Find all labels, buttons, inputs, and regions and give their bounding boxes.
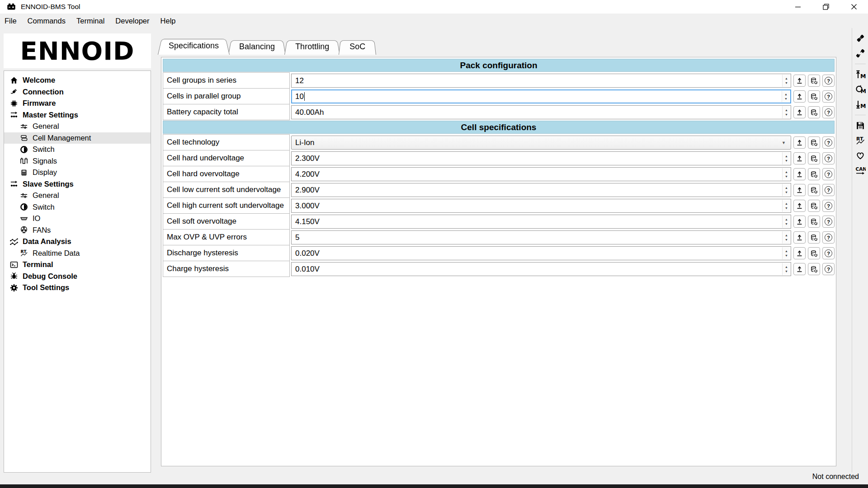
cell-hard-overvoltage-input[interactable]: 4.200V ▲ ▼ — [291, 167, 791, 181]
sidebar-item-signals[interactable]: Signals — [4, 155, 151, 167]
cell-low-current-soft-undervoltage-input[interactable]: 2.900V ▲ ▼ — [291, 183, 791, 197]
discharge-hysteresis-input[interactable]: 0.020V ▲ ▼ — [291, 246, 791, 260]
spin-down-button[interactable]: ▼ — [785, 222, 788, 225]
spin-down-button[interactable]: ▼ — [785, 175, 788, 178]
read-value-button[interactable] — [808, 184, 820, 196]
sidebar-item-master-settings[interactable]: Master Settings — [4, 109, 151, 121]
read-value-button[interactable] — [808, 247, 820, 259]
tab-specifications[interactable]: Specifications — [158, 37, 230, 55]
sidebar-item-terminal[interactable]: Terminal — [4, 259, 151, 271]
read-value-button[interactable] — [808, 263, 820, 275]
write-value-button[interactable] — [793, 263, 806, 275]
spin-up-button[interactable]: ▲ — [785, 170, 788, 174]
write-value-button[interactable] — [793, 200, 806, 212]
sidebar-item-welcome[interactable]: Welcome — [4, 75, 151, 86]
read-value-button[interactable] — [808, 168, 820, 180]
help-button[interactable]: ? — [822, 216, 835, 228]
help-button[interactable]: ? — [822, 184, 835, 196]
read-value-button[interactable] — [808, 216, 820, 228]
cell-groups-in-series-input[interactable]: 12 ▲ ▼ — [291, 74, 791, 88]
write-value-button[interactable] — [793, 90, 806, 103]
cell-technology-select[interactable]: Li-Ion ▼ — [291, 136, 791, 150]
can-forward-button[interactable] — [854, 164, 866, 176]
spin-up-button[interactable]: ▲ — [785, 249, 788, 253]
read-value-button[interactable] — [808, 200, 820, 212]
close-button[interactable] — [840, 0, 868, 14]
read-value-button[interactable] — [808, 90, 820, 103]
spin-up-button[interactable]: ▲ — [784, 93, 788, 96]
read-value-button[interactable] — [808, 75, 820, 87]
help-button[interactable]: ? — [822, 106, 835, 118]
help-button[interactable]: ? — [822, 168, 835, 180]
tab-soc[interactable]: SoC — [339, 39, 376, 55]
spin-down-button[interactable]: ▼ — [785, 270, 788, 273]
spin-down-button[interactable]: ▼ — [785, 191, 788, 194]
sidebar-item-connection[interactable]: Connection — [4, 86, 151, 98]
sidebar-item-io[interactable]: IO — [4, 213, 151, 225]
sidebar-item-cell-management[interactable]: Cell Management — [4, 132, 151, 144]
battery-capacity-total-input[interactable]: 40.00Ah ▲ ▼ — [291, 105, 791, 119]
connect-button[interactable] — [854, 33, 866, 44]
sidebar-item-display[interactable]: Display — [4, 167, 151, 178]
menu-file[interactable]: File — [0, 14, 22, 28]
read-value-button[interactable] — [808, 152, 820, 164]
spin-up-button[interactable]: ▲ — [785, 234, 788, 237]
sidebar-item-realtime-data[interactable]: Realtime Data — [4, 248, 151, 259]
sidebar-item-tool-settings[interactable]: Tool Settings — [4, 282, 151, 294]
cell-hard-undervoltage-input[interactable]: 2.300V ▲ ▼ — [291, 151, 791, 165]
spin-up-button[interactable]: ▲ — [785, 77, 788, 80]
spin-up-button[interactable]: ▲ — [785, 202, 788, 205]
help-button[interactable]: ? — [822, 90, 835, 103]
spin-down-button[interactable]: ▼ — [784, 97, 788, 100]
read-config-button[interactable] — [854, 99, 866, 110]
spin-down-button[interactable]: ▼ — [785, 159, 788, 162]
cells-in-parallel-group-input[interactable]: 10 ▲ ▼ — [291, 89, 791, 103]
sidebar-item-data-analysis[interactable]: Data Analysis — [4, 236, 151, 248]
write-value-button[interactable] — [793, 247, 806, 259]
spin-down-button[interactable]: ▼ — [785, 81, 788, 84]
sidebar-item-slave-settings[interactable]: Slave Settings — [4, 178, 151, 190]
spin-up-button[interactable]: ▲ — [785, 265, 788, 268]
minimize-button[interactable] — [784, 0, 812, 14]
disconnect-button[interactable] — [854, 47, 866, 59]
write-value-button[interactable] — [793, 168, 806, 180]
tab-balancing[interactable]: Balancing — [228, 39, 286, 55]
sidebar-item-master-switch[interactable]: Switch — [4, 144, 151, 155]
favorite-button[interactable] — [854, 150, 866, 161]
menu-help[interactable]: Help — [155, 14, 181, 28]
help-button[interactable]: ? — [822, 75, 835, 87]
restore-button[interactable] — [812, 0, 840, 14]
spin-up-button[interactable]: ▲ — [785, 108, 788, 112]
sidebar-item-fans[interactable]: FANs — [4, 225, 151, 236]
sidebar-item-slave-switch[interactable]: Switch — [4, 202, 151, 213]
help-button[interactable]: ? — [822, 200, 835, 212]
help-button[interactable]: ? — [822, 247, 835, 259]
charge-hysteresis-input[interactable]: 0.010V ▲ ▼ — [291, 262, 791, 276]
help-button[interactable]: ? — [822, 136, 835, 149]
spin-down-button[interactable]: ▼ — [785, 206, 788, 210]
read-value-button[interactable] — [808, 106, 820, 118]
write-value-button[interactable] — [793, 231, 806, 244]
write-value-button[interactable] — [793, 106, 806, 118]
menu-developer[interactable]: Developer — [110, 14, 155, 28]
menu-commands[interactable]: Commands — [22, 14, 71, 28]
sidebar-item-firmware[interactable]: Firmware — [4, 98, 151, 109]
spin-down-button[interactable]: ▼ — [785, 113, 788, 116]
write-config-button[interactable] — [854, 69, 866, 80]
spin-down-button[interactable]: ▼ — [785, 254, 788, 257]
write-value-button[interactable] — [793, 216, 806, 228]
write-value-button[interactable] — [793, 136, 806, 149]
sidebar-item-debug-console[interactable]: Debug Console — [4, 271, 151, 282]
help-button[interactable]: ? — [822, 263, 835, 275]
write-value-button[interactable] — [793, 75, 806, 87]
read-value-button[interactable] — [808, 136, 820, 149]
sidebar-item-master-general[interactable]: General — [4, 121, 151, 132]
write-value-button[interactable] — [793, 184, 806, 196]
realtime-data-button[interactable] — [854, 135, 866, 146]
cell-high-current-soft-undervoltage-input[interactable]: 3.000V ▲ ▼ — [291, 199, 791, 213]
tab-throttling[interactable]: Throttling — [284, 39, 340, 55]
write-value-button[interactable] — [793, 152, 806, 164]
reload-config-button[interactable] — [854, 84, 866, 95]
spin-up-button[interactable]: ▲ — [785, 155, 788, 158]
cell-soft-overvoltage-input[interactable]: 4.150V ▲ ▼ — [291, 215, 791, 229]
